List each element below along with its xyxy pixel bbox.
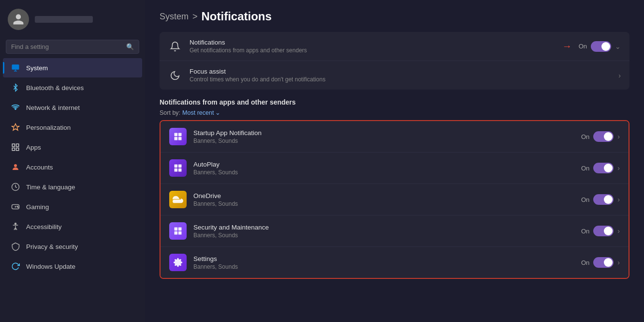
- sidebar-item-system[interactable]: System: [3, 58, 142, 77]
- search-bar[interactable]: 🔍: [6, 40, 139, 54]
- search-icon: 🔍: [126, 43, 134, 50]
- svg-rect-4: [12, 144, 15, 146]
- sidebar-item-privacy-label: Privacy & security: [26, 243, 78, 250]
- sort-value[interactable]: Most recent ⌄: [182, 109, 220, 116]
- startup-app-controls: On ›: [581, 131, 620, 142]
- sidebar: 🔍 System Bluetooth & devices Network & i…: [0, 0, 145, 322]
- bell-icon: [168, 40, 182, 53]
- apps-section-header: Notifications from apps and other sender…: [160, 98, 629, 106]
- sidebar-item-time[interactable]: Time & language: [3, 177, 142, 197]
- user-icon: [12, 13, 25, 26]
- onedrive-name: OneDrive: [193, 192, 574, 199]
- security-chevron[interactable]: ›: [617, 227, 620, 235]
- bluetooth-icon: [11, 83, 20, 92]
- notifications-toggle-label: On: [579, 43, 587, 50]
- svg-rect-27: [178, 231, 182, 235]
- svg-rect-0: [12, 64, 19, 70]
- notifications-title: Notifications: [190, 39, 555, 46]
- avatar: [8, 9, 29, 30]
- apps-notifications-container: Startup App Notification Banners, Sounds…: [160, 120, 629, 279]
- onedrive-sub: Banners, Sounds: [193, 200, 574, 207]
- security-toggle[interactable]: [593, 226, 614, 236]
- app-item-autoplay[interactable]: AutoPlay Banners, Sounds On ›: [161, 153, 629, 184]
- breadcrumb-separator: >: [192, 12, 198, 22]
- settings-chevron[interactable]: ›: [617, 259, 620, 266]
- svg-point-14: [18, 207, 19, 208]
- svg-rect-21: [178, 165, 182, 168]
- settings-toggle[interactable]: [593, 257, 614, 268]
- svg-rect-25: [178, 228, 182, 231]
- page-title: Notifications: [202, 10, 272, 23]
- nav-list: System Bluetooth & devices Network & int…: [0, 58, 145, 322]
- startup-chevron[interactable]: ›: [617, 133, 620, 140]
- svg-rect-24: [175, 228, 178, 231]
- app-item-security[interactable]: Security and Maintenance Banners, Sounds…: [161, 215, 629, 247]
- settings-app-icon: [169, 254, 187, 271]
- autoplay-chevron[interactable]: ›: [617, 164, 620, 172]
- security-sub: Banners, Sounds: [193, 232, 574, 239]
- security-icon: [169, 222, 187, 240]
- autoplay-controls: On ›: [581, 163, 620, 173]
- sidebar-item-winupdate[interactable]: Windows Update: [3, 257, 142, 276]
- onedrive-toggle[interactable]: [593, 194, 614, 205]
- sidebar-item-personalization[interactable]: Personalization: [3, 118, 142, 137]
- sidebar-item-network[interactable]: Network & internet: [3, 98, 142, 117]
- app-item-startup[interactable]: Startup App Notification Banners, Sounds…: [161, 121, 629, 153]
- sidebar-item-apps[interactable]: Apps: [3, 138, 142, 157]
- user-profile[interactable]: [0, 0, 145, 38]
- settings-controls: On ›: [581, 257, 620, 268]
- sidebar-item-accessibility-label: Accessibility: [26, 223, 62, 230]
- onedrive-icon: [169, 191, 187, 208]
- notifications-toggle[interactable]: [591, 41, 611, 52]
- search-input[interactable]: [11, 43, 122, 50]
- sidebar-item-winupdate-label: Windows Update: [26, 263, 75, 270]
- accounts-icon: [11, 162, 20, 172]
- username: [35, 16, 93, 23]
- notifications-controls: → On ⌄: [562, 41, 621, 52]
- app-item-onedrive[interactable]: OneDrive Banners, Sounds On ›: [161, 184, 629, 215]
- svg-point-8: [14, 164, 17, 167]
- onedrive-text: OneDrive Banners, Sounds: [193, 192, 574, 207]
- onedrive-controls: On ›: [581, 194, 620, 205]
- onedrive-toggle-label: On: [581, 196, 589, 203]
- startup-app-sub: Banners, Sounds: [193, 138, 574, 144]
- sidebar-item-network-label: Network & internet: [26, 104, 80, 111]
- onedrive-chevron[interactable]: ›: [617, 196, 620, 203]
- sidebar-item-privacy[interactable]: Privacy & security: [3, 237, 142, 256]
- main-content: System > Notifications Notifications Get…: [145, 0, 644, 322]
- svg-point-15: [15, 223, 16, 225]
- sidebar-item-bluetooth[interactable]: Bluetooth & devices: [3, 78, 142, 97]
- app-item-settings[interactable]: Settings Banners, Sounds On ›: [161, 247, 629, 278]
- sidebar-item-personalization-label: Personalization: [26, 124, 71, 131]
- svg-rect-22: [175, 169, 178, 172]
- focus-assist-row[interactable]: Focus assist Control times when you do a…: [160, 61, 629, 90]
- startup-app-text: Startup App Notification Banners, Sounds: [193, 129, 574, 144]
- sort-bar: Sort by: Most recent ⌄: [160, 109, 629, 116]
- sidebar-item-gaming[interactable]: Gaming: [3, 197, 142, 216]
- autoplay-toggle[interactable]: [593, 163, 614, 173]
- focus-assist-chevron[interactable]: ›: [618, 72, 621, 79]
- focus-assist-text: Focus assist Control times when you do a…: [190, 68, 611, 83]
- notifications-row[interactable]: Notifications Get notifications from app…: [160, 32, 629, 61]
- focus-assist-title: Focus assist: [190, 68, 611, 75]
- focus-assist-subtitle: Control times when you do and don't get …: [190, 76, 611, 83]
- autoplay-sub: Banners, Sounds: [193, 169, 574, 176]
- startup-app-name: Startup App Notification: [193, 129, 574, 137]
- moon-icon: [168, 69, 182, 82]
- personalization-icon: [11, 123, 20, 132]
- svg-point-3: [15, 108, 16, 109]
- notifications-chevron-down[interactable]: ⌄: [615, 43, 621, 50]
- sidebar-item-accounts[interactable]: Accounts: [3, 157, 142, 177]
- system-icon: [11, 63, 20, 73]
- svg-rect-19: [178, 137, 182, 140]
- svg-rect-17: [178, 133, 182, 137]
- sidebar-item-accessibility[interactable]: Accessibility: [3, 217, 142, 236]
- sort-label: Sort by:: [160, 109, 180, 116]
- svg-rect-6: [12, 148, 15, 151]
- security-name: Security and Maintenance: [193, 224, 574, 231]
- startup-toggle[interactable]: [593, 131, 614, 142]
- sidebar-item-gaming-label: Gaming: [26, 203, 49, 211]
- svg-rect-5: [16, 144, 19, 146]
- sidebar-item-time-label: Time & language: [26, 184, 75, 191]
- notifications-subtitle: Get notifications from apps and other se…: [190, 47, 555, 54]
